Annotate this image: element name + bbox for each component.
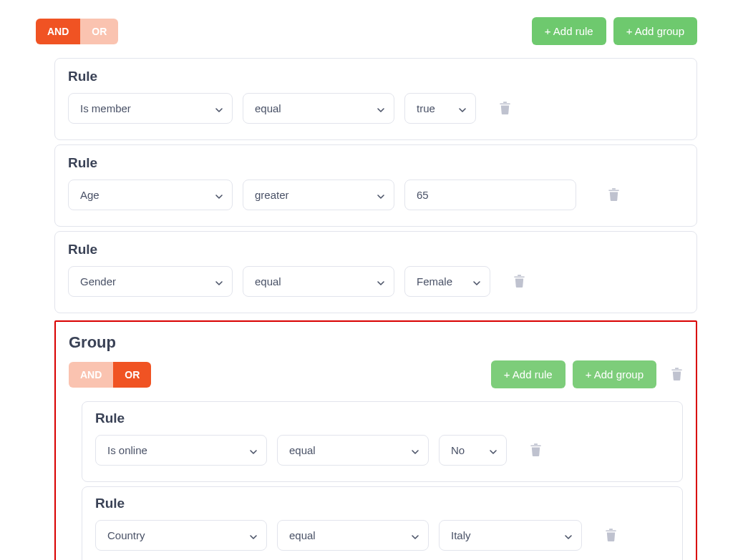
chevron-down-icon — [215, 277, 223, 286]
value-select[interactable]: true — [404, 93, 476, 124]
operator-value: equal — [289, 444, 316, 456]
delete-rule-button[interactable] — [499, 101, 511, 117]
chevron-down-icon — [458, 104, 467, 113]
delete-rule-button[interactable] — [513, 274, 525, 290]
logic-toggle: AND OR — [36, 19, 118, 44]
field-select[interactable]: Gender — [68, 266, 233, 297]
field-value: Age — [80, 189, 99, 201]
chevron-down-icon — [411, 531, 419, 540]
group-actions: + Add rule + Add group — [491, 360, 683, 388]
add-group-button[interactable]: + Add group — [573, 360, 656, 388]
operator-select[interactable]: equal — [277, 435, 429, 466]
chevron-down-icon — [249, 531, 258, 540]
or-button[interactable]: OR — [113, 362, 151, 388]
rule-fields: Is member equal true — [68, 93, 684, 124]
top-actions: + Add rule + Add group — [532, 17, 697, 45]
chevron-down-icon — [377, 191, 385, 200]
field-value: Gender — [80, 275, 116, 288]
chevron-down-icon — [411, 446, 419, 455]
value-text: Italy — [451, 529, 471, 541]
rule-title: Rule — [68, 155, 684, 171]
rule-fields: Country equal Italy — [95, 520, 669, 551]
value-input[interactable] — [404, 180, 576, 210]
delete-group-button[interactable] — [671, 367, 683, 383]
field-select[interactable]: Is online — [95, 435, 267, 466]
value-text: Female — [417, 275, 452, 288]
value-select[interactable]: Italy — [439, 520, 582, 551]
value-text: No — [451, 444, 465, 456]
logic-toggle: AND OR — [69, 362, 151, 388]
chevron-down-icon — [377, 104, 385, 113]
field-value: Is online — [107, 444, 147, 456]
rule-box: Rule Country equal Italy — [82, 486, 683, 560]
field-select[interactable]: Is member — [68, 93, 233, 124]
group-header: AND OR + Add rule + Add group — [69, 360, 683, 388]
add-rule-button[interactable]: + Add rule — [491, 360, 565, 388]
chevron-down-icon — [215, 191, 223, 200]
chevron-down-icon — [564, 531, 573, 540]
rule-fields: Gender equal Female — [68, 266, 684, 297]
operator-value: greater — [255, 189, 289, 201]
rule-box: Rule Age greater — [54, 144, 697, 227]
chevron-down-icon — [377, 277, 385, 286]
operator-select[interactable]: equal — [243, 266, 394, 297]
group-title: Group — [69, 333, 683, 352]
rule-fields: Age greater — [68, 180, 684, 210]
field-select[interactable]: Country — [95, 520, 267, 551]
add-group-button[interactable]: + Add group — [613, 17, 697, 45]
value-text: true — [417, 102, 435, 114]
rule-box: Rule Gender equal Female — [54, 231, 697, 313]
operator-value: equal — [289, 529, 316, 541]
chevron-down-icon — [472, 277, 481, 286]
rule-box: Rule Is member equal true — [54, 58, 697, 140]
operator-select[interactable]: equal — [277, 520, 429, 551]
field-value: Country — [107, 529, 145, 541]
delete-rule-button[interactable] — [530, 443, 542, 458]
operator-select[interactable]: greater — [243, 180, 394, 210]
add-rule-button[interactable]: + Add rule — [532, 17, 606, 45]
value-select[interactable]: No — [439, 435, 507, 466]
and-button[interactable]: AND — [69, 362, 113, 388]
delete-rule-button[interactable] — [605, 528, 617, 544]
group-box: Group AND OR + Add rule + Add group Rule… — [54, 320, 697, 560]
rule-title: Rule — [95, 496, 669, 511]
rule-title: Rule — [68, 69, 684, 84]
operator-value: equal — [255, 275, 281, 288]
field-value: Is member — [80, 102, 131, 114]
field-select[interactable]: Age — [68, 180, 233, 210]
and-button[interactable]: AND — [36, 19, 80, 44]
or-button[interactable]: OR — [80, 19, 118, 44]
rule-title: Rule — [68, 242, 684, 257]
operator-value: equal — [255, 102, 281, 114]
chevron-down-icon — [489, 446, 497, 455]
value-select[interactable]: Female — [404, 266, 490, 297]
chevron-down-icon — [215, 104, 223, 113]
operator-select[interactable]: equal — [243, 93, 394, 124]
delete-rule-button[interactable] — [608, 187, 620, 203]
top-bar: AND OR + Add rule + Add group — [36, 17, 697, 45]
rule-fields: Is online equal No — [95, 435, 669, 466]
rule-box: Rule Is online equal No — [82, 401, 683, 482]
rule-title: Rule — [95, 411, 669, 426]
chevron-down-icon — [249, 446, 258, 455]
